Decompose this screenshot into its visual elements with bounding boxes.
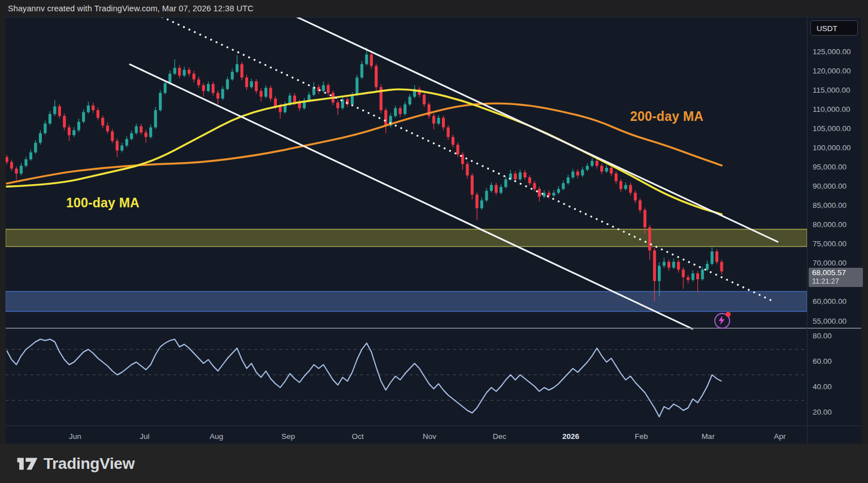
- rsi-line[interactable]: [7, 340, 722, 417]
- support-zone[interactable]: [6, 291, 807, 311]
- chart-panel: JunJulAugSepOctNovDec2026FebMarApr 100-d…: [6, 17, 861, 443]
- current-price-badge: 68,005.57 11:21:27: [809, 268, 863, 287]
- price-axis-label: 75,000.00: [813, 240, 847, 248]
- price-axis-label: 80,000.00: [813, 220, 847, 229]
- rsi-axis-label: 80.00: [813, 332, 832, 340]
- tradingview-screenshot: Shayannv created with TradingView.com, M…: [0, 0, 868, 483]
- chart-canvas[interactable]: JunJulAugSepOctNovDec2026FebMarApr: [6, 17, 861, 443]
- ma100-label: 100-day MA: [66, 195, 140, 211]
- tradingview-mark-icon: [16, 454, 38, 473]
- ma200-label: 200-day MA: [630, 109, 704, 124]
- price-axis-label: 95,000.00: [813, 163, 847, 171]
- time-axis-label-Sep[interactable]: Sep: [281, 432, 295, 441]
- resistance-zone[interactable]: [6, 229, 807, 247]
- tradingview-logo: TradingView: [16, 454, 134, 473]
- candle-wicks-down: [7, 52, 722, 302]
- channel-upper-solid[interactable]: [297, 17, 778, 242]
- time-axis-label-Feb[interactable]: Feb: [635, 432, 648, 441]
- bar-countdown: 11:21:27: [812, 277, 863, 286]
- notification-dot: [726, 312, 731, 317]
- time-axis-label-Aug[interactable]: Aug: [210, 432, 223, 441]
- price-axis-label: 125,000.00: [813, 47, 851, 56]
- price-axis-label: 105,000.00: [813, 124, 851, 133]
- price-axis-label: 120,000.00: [813, 67, 851, 75]
- price-axis-label: 60,000.00: [813, 297, 847, 306]
- price-axis-label: 55,000.00: [813, 317, 847, 325]
- time-axis-label-Nov[interactable]: Nov: [423, 432, 436, 441]
- currency-toggle-button[interactable]: USDT: [810, 20, 858, 36]
- price-axis-label: 115,000.00: [813, 86, 850, 94]
- last-price-value: 68,005.57: [812, 269, 863, 277]
- time-axis-label-Oct[interactable]: Oct: [351, 432, 363, 441]
- price-axis[interactable]: USDT 125,000.00120,000.00115,000.00110,0…: [807, 17, 861, 443]
- price-axis-label: 90,000.00: [813, 182, 847, 190]
- price-axis-label: 100,000.00: [813, 143, 851, 152]
- candle-wicks-up: [21, 47, 713, 297]
- time-axis-label-Jun[interactable]: Jun: [69, 432, 81, 441]
- candle-bodies-up: [20, 54, 714, 281]
- rsi-axis-label: 20.00: [813, 408, 832, 416]
- price-axis-label: 70,000.00: [813, 259, 847, 267]
- attribution-text: Shayannv created with TradingView.com, M…: [8, 4, 254, 13]
- alert-flash-icon[interactable]: [714, 312, 731, 329]
- time-axis-label-Apr[interactable]: Apr: [774, 432, 786, 441]
- rsi-axis-label: 40.00: [813, 382, 832, 391]
- price-axis-label: 85,000.00: [813, 201, 847, 210]
- price-axis-label: 110,000.00: [813, 105, 850, 114]
- time-axis-label-2026[interactable]: 2026: [562, 432, 580, 441]
- time-axis-label-Mar[interactable]: Mar: [701, 432, 715, 441]
- diagonal-dotted[interactable]: [162, 17, 775, 302]
- lightning-bolt-icon: [718, 316, 726, 325]
- tradingview-wordmark: TradingView: [44, 455, 134, 473]
- bottom-brand-bar: TradingView: [0, 444, 868, 483]
- rsi-axis-label: 60.00: [813, 357, 832, 365]
- time-axis-label-Dec[interactable]: Dec: [493, 432, 506, 441]
- time-axis-label-Jul[interactable]: Jul: [140, 432, 149, 441]
